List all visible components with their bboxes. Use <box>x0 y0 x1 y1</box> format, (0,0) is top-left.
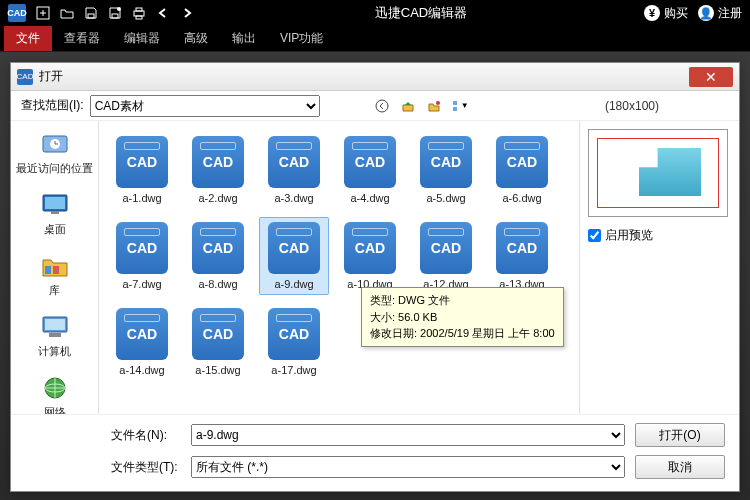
cad-file-icon: CAD <box>420 222 472 274</box>
viewmode-icon[interactable]: ▼ <box>450 96 470 116</box>
tab-editor[interactable]: 编辑器 <box>112 26 172 51</box>
yen-icon: ¥ <box>644 5 660 21</box>
new-icon[interactable] <box>32 3 54 23</box>
libraries-icon <box>37 251 73 281</box>
svg-rect-7 <box>136 8 142 11</box>
file-item[interactable]: CADa-2.dwg <box>183 131 253 209</box>
cancel-button[interactable]: 取消 <box>635 455 725 479</box>
cad-file-icon: CAD <box>496 222 548 274</box>
svg-rect-18 <box>45 197 65 209</box>
svg-point-10 <box>436 101 440 105</box>
svg-rect-3 <box>88 14 94 18</box>
svg-rect-24 <box>49 333 61 337</box>
place-label: 计算机 <box>38 344 71 359</box>
menu-bar: 文件 查看器 编辑器 高级 输出 VIP功能 <box>0 26 750 52</box>
file-name: a-5.dwg <box>426 192 465 204</box>
saveas-icon[interactable] <box>104 3 126 23</box>
cad-file-icon: CAD <box>116 222 168 274</box>
desktop-icon <box>37 190 73 220</box>
file-name: a-3.dwg <box>274 192 313 204</box>
file-item[interactable]: CADa-3.dwg <box>259 131 329 209</box>
app-title: 迅捷CAD编辑器 <box>198 4 644 22</box>
print-icon[interactable] <box>128 3 150 23</box>
place-recent[interactable]: 最近访问的位置 <box>11 127 98 178</box>
tab-vip[interactable]: VIP功能 <box>268 26 335 51</box>
place-label: 最近访问的位置 <box>16 161 93 176</box>
tab-output[interactable]: 输出 <box>220 26 268 51</box>
save-icon[interactable] <box>80 3 102 23</box>
buy-button[interactable]: ¥购买 <box>644 5 688 22</box>
svg-rect-13 <box>453 107 457 111</box>
open-dialog: CAD 打开 ✕ 查找范围(I): CAD素材 ▼ (180x100) 最近访问… <box>10 62 740 492</box>
place-network[interactable]: 网络 <box>11 371 98 414</box>
file-name: a-6.dwg <box>502 192 541 204</box>
open-icon[interactable] <box>56 3 78 23</box>
file-item[interactable]: CADa-9.dwg <box>259 217 329 295</box>
enable-preview-check[interactable]: 启用预览 <box>588 227 731 244</box>
filename-input[interactable]: a-9.dwg <box>191 424 625 446</box>
place-label: 网络 <box>44 405 66 414</box>
file-item[interactable]: CADa-12.dwg <box>411 217 481 295</box>
cad-file-icon: CAD <box>192 136 244 188</box>
svg-rect-4 <box>112 14 118 18</box>
file-name: a-1.dwg <box>122 192 161 204</box>
svg-rect-8 <box>136 16 142 19</box>
file-item[interactable]: CADa-10.dwg <box>335 217 405 295</box>
undo-icon[interactable] <box>152 3 174 23</box>
back-icon[interactable] <box>372 96 392 116</box>
file-item[interactable]: CADa-6.dwg <box>487 131 557 209</box>
svg-rect-6 <box>134 11 144 16</box>
dialog-toolbar: 查找范围(I): CAD素材 ▼ (180x100) <box>11 91 739 121</box>
place-computer[interactable]: 计算机 <box>11 310 98 361</box>
file-name: a-17.dwg <box>271 364 316 376</box>
folder-select[interactable]: CAD素材 <box>90 95 320 117</box>
place-desktop[interactable]: 桌面 <box>11 188 98 239</box>
file-item[interactable]: CADa-8.dwg <box>183 217 253 295</box>
title-bar: CAD 迅捷CAD编辑器 ¥购买 👤注册 <box>0 0 750 26</box>
svg-rect-20 <box>45 266 51 274</box>
file-area[interactable]: CADa-1.dwgCADa-2.dwgCADa-3.dwgCADa-4.dwg… <box>99 121 579 414</box>
dialog-titlebar: CAD 打开 ✕ <box>11 63 739 91</box>
svg-rect-23 <box>45 319 65 330</box>
computer-icon <box>37 312 73 342</box>
tab-viewer[interactable]: 查看器 <box>52 26 112 51</box>
place-libraries[interactable]: 库 <box>11 249 98 300</box>
network-icon <box>37 373 73 403</box>
places-bar: 最近访问的位置桌面库计算机网络 <box>11 121 99 414</box>
file-item[interactable]: CADa-7.dwg <box>107 217 177 295</box>
dialog-icon: CAD <box>17 69 33 85</box>
file-item[interactable]: CADa-15.dwg <box>183 303 253 381</box>
file-item[interactable]: CADa-5.dwg <box>411 131 481 209</box>
file-item[interactable]: CADa-1.dwg <box>107 131 177 209</box>
file-name: a-8.dwg <box>198 278 237 290</box>
open-button[interactable]: 打开(O) <box>635 423 725 447</box>
file-item[interactable]: CADa-4.dwg <box>335 131 405 209</box>
dialog-bottom: 文件名(N): a-9.dwg 打开(O) 文件类型(T): 所有文件 (*.*… <box>11 414 739 491</box>
tab-file[interactable]: 文件 <box>4 26 52 51</box>
filename-label: 文件名(N): <box>111 427 181 444</box>
preview-dimensions: (180x100) <box>605 99 729 113</box>
file-name: a-2.dwg <box>198 192 237 204</box>
place-label: 桌面 <box>44 222 66 237</box>
newfolder-icon[interactable] <box>424 96 444 116</box>
file-name: a-9.dwg <box>274 278 313 290</box>
svg-rect-19 <box>51 211 59 214</box>
place-label: 库 <box>49 283 60 298</box>
cad-file-icon: CAD <box>268 136 320 188</box>
cad-file-icon: CAD <box>268 308 320 360</box>
close-button[interactable]: ✕ <box>689 67 733 87</box>
register-button[interactable]: 👤注册 <box>698 5 742 22</box>
file-item[interactable]: CADa-17.dwg <box>259 303 329 381</box>
preview-pane: 启用预览 <box>579 121 739 414</box>
file-name: a-4.dwg <box>350 192 389 204</box>
tab-advanced[interactable]: 高级 <box>172 26 220 51</box>
file-item[interactable]: CADa-13.dwg <box>487 217 557 295</box>
filetype-select[interactable]: 所有文件 (*.*) <box>191 456 625 478</box>
file-item[interactable]: CADa-14.dwg <box>107 303 177 381</box>
up-icon[interactable] <box>398 96 418 116</box>
lookin-label: 查找范围(I): <box>21 97 84 114</box>
cad-file-icon: CAD <box>116 136 168 188</box>
redo-icon[interactable] <box>176 3 198 23</box>
cad-file-icon: CAD <box>192 308 244 360</box>
svg-point-9 <box>376 100 388 112</box>
